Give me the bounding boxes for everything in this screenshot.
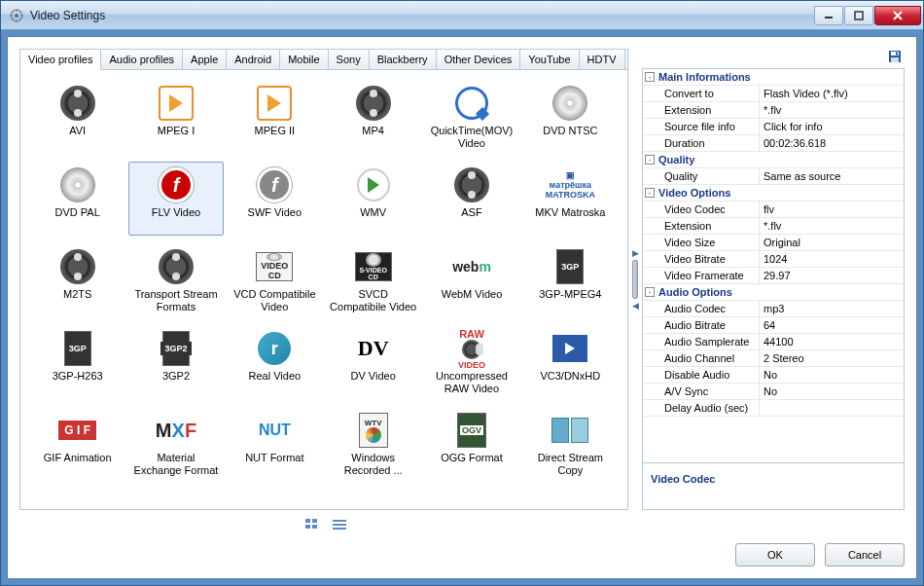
format-item-gif-animation[interactable]: G I FGIF Animation [30, 407, 124, 481]
view-list-button[interactable] [332, 518, 347, 531]
prop-key: A/V Sync [643, 384, 760, 399]
prop-section-video-options[interactable]: -Video Options [643, 185, 904, 201]
prop-row[interactable]: Extension*.flv [643, 102, 904, 119]
collapse-icon[interactable]: - [645, 155, 655, 165]
close-button[interactable] [874, 6, 921, 25]
prop-value[interactable]: 29.97 [760, 268, 904, 283]
format-item-dvd-ntsc[interactable]: DVD NTSC [523, 80, 618, 154]
titlebar[interactable]: Video Settings [1, 1, 923, 30]
format-item-vc3-dnxhd[interactable]: VC3/DNxHD [523, 325, 618, 399]
tab-android[interactable]: Android [227, 50, 280, 69]
format-item-real-video[interactable]: rReal Video [228, 325, 322, 399]
format-item-material-exchange-format[interactable]: MXFMaterial Exchange Format [128, 407, 223, 481]
prop-value[interactable]: 2 Stereo [760, 350, 904, 366]
prop-value[interactable]: *.flv [760, 102, 904, 118]
prop-section-quality[interactable]: -Quality [643, 152, 904, 168]
prop-row[interactable]: Audio Channel2 Stereo [643, 350, 904, 367]
format-item-webm-video[interactable]: webmWebM Video [424, 243, 518, 317]
tab-sony[interactable]: Sony [329, 50, 370, 69]
format-item-dvd-pal[interactable]: DVD PAL [30, 162, 124, 236]
format-label: SVCD Compatibile Video [330, 288, 417, 313]
prop-value[interactable]: No [760, 384, 904, 399]
prop-value[interactable]: No [760, 367, 904, 383]
maximize-button[interactable] [844, 6, 873, 25]
prop-value[interactable]: *.flv [760, 218, 904, 234]
format-item-3gp2[interactable]: 3GP23GP2 [128, 325, 223, 399]
property-grid[interactable]: -Main InformationsConvert toFlash Video … [642, 68, 905, 463]
format-item-windows-recorded-[interactable]: WTVWindows Recorded ... [326, 407, 420, 481]
prop-value[interactable]: Click for info [760, 119, 904, 134]
collapse-icon[interactable]: - [645, 188, 655, 198]
format-item-3gp-h263[interactable]: 3GP3GP-H263 [30, 325, 124, 399]
tab-blackberry[interactable]: Blackberry [370, 50, 437, 69]
format-item-asf[interactable]: ASF [424, 162, 518, 236]
profiles-pane: Video profilesAudio profilesAppleAndroid… [19, 49, 628, 510]
prop-row[interactable]: Video Bitrate1024 [643, 251, 904, 268]
tab-apple[interactable]: Apple [183, 50, 227, 69]
tab-video-profiles[interactable]: Video profiles [20, 50, 101, 70]
format-item-ogg-format[interactable]: OGVOGG Format [424, 407, 518, 481]
prop-row[interactable]: Audio Bitrate64 [643, 317, 904, 334]
tab-hdtv[interactable]: HDTV [580, 50, 625, 69]
format-item-3gp-mpeg4[interactable]: 3GP3GP-MPEG4 [523, 243, 618, 317]
prop-value[interactable]: Same as source [760, 168, 904, 184]
format-item-quicktime-mov-video[interactable]: QuickTime(MOV) Video [424, 80, 518, 154]
view-icons-button[interactable] [304, 518, 320, 531]
splitter[interactable]: ▶ ◀ [628, 49, 642, 510]
prop-row[interactable]: Source file infoClick for info [643, 119, 904, 135]
format-item-dv-video[interactable]: DVDV Video [326, 325, 420, 399]
format-item-mp4[interactable]: MP4 [326, 80, 420, 154]
prop-value[interactable]: 64 [760, 317, 904, 333]
prop-row[interactable]: A/V SyncNo [643, 384, 904, 400]
prop-row[interactable]: Extension*.flv [643, 218, 904, 235]
format-item-m2ts[interactable]: M2TS [30, 243, 124, 317]
prop-value[interactable]: flv [760, 201, 904, 217]
minimize-button[interactable] [814, 6, 843, 25]
splitter-handle-icon[interactable] [632, 260, 638, 299]
format-item-svcd-compatibile-video[interactable]: S·VIDEO CDSVCD Compatibile Video [326, 243, 420, 317]
format-item-nut-format[interactable]: NUTNUT Format [228, 407, 322, 481]
svg-rect-13 [333, 524, 346, 526]
prop-value[interactable]: Flash Video (*.flv) [760, 86, 904, 101]
prop-value[interactable]: mp3 [760, 301, 904, 316]
tab-youtube[interactable]: YouTube [520, 50, 579, 69]
format-grid-scroll[interactable]: AVIMPEG IMPEG IIMP4QuickTime(MOV) VideoD… [20, 70, 627, 509]
prop-row[interactable]: Delay Audio (sec) [643, 400, 904, 417]
prop-value[interactable]: 00:02:36.618 [760, 135, 904, 151]
format-item-wmv[interactable]: WMV [326, 162, 420, 236]
prop-row[interactable]: Convert toFlash Video (*.flv) [643, 86, 904, 102]
format-item-swf-video[interactable]: fSWF Video [228, 162, 322, 236]
format-item-vcd-compatibile-video[interactable]: VIDEO CDVCD Compatibile Video [228, 243, 322, 317]
cancel-button[interactable]: Cancel [825, 543, 905, 567]
format-item-avi[interactable]: AVI [30, 80, 124, 154]
prop-value[interactable] [760, 400, 904, 416]
prop-value[interactable]: 1024 [760, 251, 904, 267]
tab-other-devices[interactable]: Other Devices [437, 50, 521, 69]
tab-mobile[interactable]: Mobile [280, 50, 328, 69]
prop-row[interactable]: QualitySame as source [643, 168, 904, 185]
format-item-transport-stream-formats[interactable]: Transport Stream Formats [128, 243, 223, 317]
format-item-mpeg-i[interactable]: MPEG I [128, 80, 223, 154]
format-item-direct-stream-copy[interactable]: Direct Stream Copy [523, 407, 618, 481]
format-item-uncompressed-raw-video[interactable]: RAWVIDEOUncompressed RAW Video [424, 325, 518, 399]
ok-button[interactable]: OK [735, 543, 815, 567]
collapse-icon[interactable]: - [645, 287, 655, 297]
tab-audio-profiles[interactable]: Audio profiles [101, 50, 183, 69]
prop-row[interactable]: Duration00:02:36.618 [643, 135, 904, 152]
prop-row[interactable]: Audio Codecmp3 [643, 301, 904, 317]
prop-section-audio-options[interactable]: -Audio Options [643, 284, 904, 301]
prop-row[interactable]: Video SizeOriginal [643, 235, 904, 251]
prop-row[interactable]: Audio Samplerate44100 [643, 334, 904, 350]
prop-value[interactable]: Original [760, 235, 904, 250]
format-label: MPEG II [255, 125, 296, 150]
format-item-mpeg-ii[interactable]: MPEG II [228, 80, 322, 154]
save-button[interactable] [887, 49, 903, 64]
collapse-icon[interactable]: - [645, 72, 655, 82]
prop-section-main-informations[interactable]: -Main Informations [643, 69, 904, 86]
prop-row[interactable]: Disable AudioNo [643, 367, 904, 384]
format-item-mkv-matroska[interactable]: ▣матрёшкаMATROSKAMKV Matroska [523, 162, 618, 236]
prop-row[interactable]: Video Codecflv [643, 201, 904, 218]
format-item-flv-video[interactable]: fFLV Video [128, 162, 223, 236]
prop-row[interactable]: Video Framerate29.97 [643, 268, 904, 284]
prop-value[interactable]: 44100 [760, 334, 904, 349]
